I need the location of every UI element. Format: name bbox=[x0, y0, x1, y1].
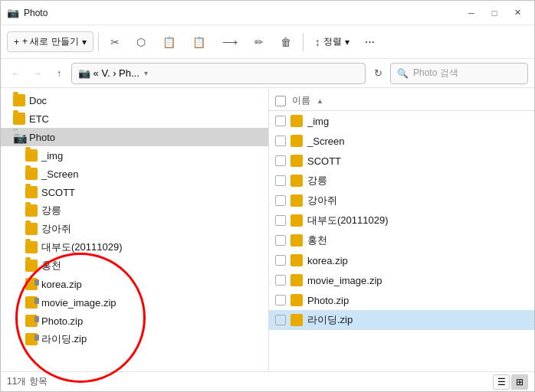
delete-button[interactable]: 🗑 bbox=[274, 32, 298, 52]
new-chevron-icon: ▾ bbox=[82, 37, 87, 47]
refresh-button[interactable]: ↻ bbox=[369, 64, 387, 83]
file-checkbox[interactable] bbox=[275, 275, 286, 286]
tree-item-screen[interactable]: _Screen bbox=[1, 165, 268, 183]
search-box[interactable]: 🔍 Photo 검색 bbox=[390, 63, 528, 84]
file-item-r_scott[interactable]: SCOTT bbox=[269, 151, 534, 171]
file-checkbox[interactable] bbox=[275, 155, 286, 166]
zip-icon bbox=[290, 254, 303, 266]
search-placeholder: Photo 검색 bbox=[413, 67, 458, 80]
tree-item-hongcheon[interactable]: 홍천 bbox=[1, 256, 268, 275]
status-bar: 11개 항목 ☰ ⊞ bbox=[1, 371, 534, 391]
folder-icon bbox=[25, 241, 38, 253]
tree-item-daebudo[interactable]: 대부도(20111029) bbox=[1, 238, 268, 256]
tree-item-label: ETC bbox=[29, 113, 49, 125]
sort-button[interactable]: ↕ 정렬 ▾ bbox=[308, 31, 356, 52]
file-checkbox[interactable] bbox=[275, 175, 286, 186]
file-item-r_screen[interactable]: _Screen bbox=[269, 131, 534, 151]
new-button-label: + 새로 만들기 bbox=[22, 35, 79, 48]
tree-item-img[interactable]: _img bbox=[1, 146, 268, 165]
forward-button[interactable]: → bbox=[28, 64, 47, 83]
minimize-button[interactable]: ─ bbox=[461, 5, 482, 21]
file-item-r_daebudo[interactable]: 대부도(20111029) bbox=[269, 211, 534, 230]
toolbar: + + 새로 만들기 ▾ ✂ ⬡ 📋 📋 ⟶ ✏ bbox=[1, 25, 534, 59]
folder-icon bbox=[290, 214, 303, 227]
zip-icon bbox=[290, 274, 303, 286]
folder-icon bbox=[290, 155, 303, 167]
select-all-checkbox[interactable] bbox=[275, 96, 286, 106]
grid-view-icon: ⊞ bbox=[516, 377, 524, 387]
copy-button[interactable]: ⬡ bbox=[130, 32, 153, 52]
tree-item-label: _Screen bbox=[41, 168, 78, 180]
file-checkbox[interactable] bbox=[275, 136, 286, 146]
zip-icon bbox=[290, 314, 303, 326]
tree-item-label: SCOTT bbox=[41, 187, 75, 198]
file-name: 대부도(20111029) bbox=[307, 214, 389, 227]
move-button[interactable]: ⟶ bbox=[215, 32, 245, 52]
tree-item-riding_zip[interactable]: 라이딩.zip bbox=[1, 330, 268, 348]
toolbar-separator-2 bbox=[303, 33, 304, 51]
tree-item-label: 홍천 bbox=[41, 259, 61, 273]
sort-label: 정렬 bbox=[323, 35, 342, 48]
search-icon: 🔍 bbox=[397, 68, 409, 79]
folder-icon bbox=[290, 194, 303, 207]
file-item-r_gangneung[interactable]: 강릉 bbox=[269, 171, 534, 191]
tree-item-photo[interactable]: 📷Photo bbox=[1, 128, 268, 146]
file-checkbox[interactable] bbox=[275, 215, 286, 226]
clipboard-icon: 📋 bbox=[192, 36, 205, 48]
zip-icon bbox=[290, 294, 303, 306]
file-checkbox[interactable] bbox=[275, 116, 286, 126]
back-button[interactable]: ← bbox=[7, 64, 25, 83]
folder-icon bbox=[25, 260, 38, 272]
file-checkbox[interactable] bbox=[275, 315, 286, 325]
file-item-r_photo_zip[interactable]: Photo.zip bbox=[269, 290, 534, 310]
file-item-r_gangaji[interactable]: 강아쥐 bbox=[269, 191, 534, 211]
refresh-icon: ↻ bbox=[374, 67, 382, 79]
paste-button[interactable]: 📋 bbox=[156, 32, 182, 52]
new-button[interactable]: + + 새로 만들기 ▾ bbox=[7, 31, 94, 52]
right-panel: 이름 ▲ _img_ScreenSCOTT강릉강아쥐대부도(20111029)홍… bbox=[269, 88, 534, 371]
file-checkbox[interactable] bbox=[275, 295, 286, 305]
file-item-r_hongcheon[interactable]: 홍천 bbox=[269, 230, 534, 250]
rename-button[interactable]: ✏ bbox=[248, 32, 271, 52]
list-view-button[interactable]: ☰ bbox=[493, 374, 510, 390]
up-button[interactable]: ↑ bbox=[50, 64, 68, 83]
file-name: korea.zip bbox=[307, 255, 348, 266]
file-item-r_korea_zip[interactable]: korea.zip bbox=[269, 250, 534, 270]
file-checkbox[interactable] bbox=[275, 195, 286, 206]
file-name: 라이딩.zip bbox=[307, 313, 353, 327]
file-name: _Screen bbox=[307, 136, 344, 147]
tree-item-etc[interactable]: ETC bbox=[1, 109, 268, 128]
file-item-r_riding_zip[interactable]: 라이딩.zip bbox=[269, 310, 534, 330]
file-explorer-window: 📷 Photo ─ □ ✕ + + 새로 만들기 ▾ ✂ ⬡ bbox=[0, 0, 535, 392]
clipboard-button[interactable]: 📋 bbox=[185, 32, 212, 52]
file-name: 홍천 bbox=[307, 234, 327, 247]
maximize-button[interactable]: □ bbox=[484, 5, 505, 21]
tree-item-gangneung[interactable]: 강릉 bbox=[1, 201, 268, 220]
tree-item-korea_zip[interactable]: korea.zip bbox=[1, 275, 268, 293]
tree-item-movie_zip[interactable]: movie_image.zip bbox=[1, 293, 268, 312]
delete-icon: 🗑 bbox=[281, 36, 291, 48]
toolbar-separator-1 bbox=[98, 33, 99, 51]
more-button[interactable]: ··· bbox=[359, 31, 380, 53]
move-icon: ⟶ bbox=[222, 36, 238, 48]
file-name: SCOTT bbox=[307, 155, 341, 167]
file-item-r_movie_zip[interactable]: movie_image.zip bbox=[269, 270, 534, 290]
tree-item-label: Photo.zip bbox=[41, 315, 83, 327]
file-checkbox[interactable] bbox=[275, 255, 286, 266]
cut-button[interactable]: ✂ bbox=[103, 32, 126, 52]
tree-item-doc[interactable]: Doc bbox=[1, 91, 268, 109]
folder-icon bbox=[25, 186, 38, 198]
address-bar: ← → ↑ 📷 « V. › Ph... ▾ ↻ 🔍 Photo 검색 bbox=[1, 59, 534, 88]
tree-item-label: _img bbox=[41, 150, 63, 162]
tree-item-gangaji[interactable]: 강아쥐 bbox=[1, 220, 268, 238]
close-button[interactable]: ✕ bbox=[507, 5, 528, 21]
paste-icon: 📋 bbox=[162, 36, 176, 48]
tree-item-photo_zip[interactable]: Photo.zip bbox=[1, 312, 268, 330]
photo-folder-icon: 📷 bbox=[13, 131, 25, 143]
tree-item-scott[interactable]: SCOTT bbox=[1, 183, 268, 201]
file-item-r_img[interactable]: _img bbox=[269, 111, 534, 131]
status-text: 11개 항목 bbox=[7, 375, 48, 388]
address-input[interactable]: 📷 « V. › Ph... ▾ bbox=[71, 63, 366, 84]
grid-view-button[interactable]: ⊞ bbox=[511, 374, 528, 390]
file-checkbox[interactable] bbox=[275, 235, 286, 246]
